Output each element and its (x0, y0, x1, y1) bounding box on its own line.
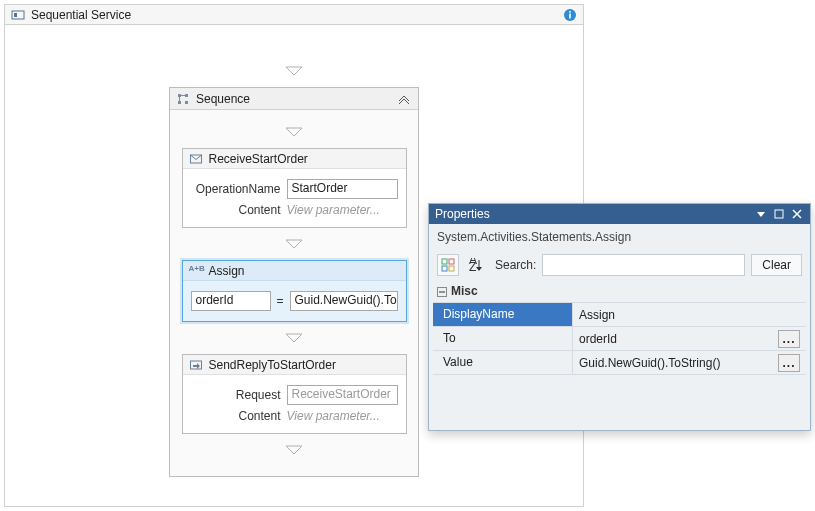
validation-info-icon[interactable] (563, 8, 577, 22)
svg-line-21 (793, 210, 801, 218)
properties-titlebar[interactable]: Properties (429, 204, 810, 224)
sendreply-activity[interactable]: SendReplyToStartOrder Request ReceiveSta… (182, 354, 407, 434)
assign-icon: A+B (189, 264, 203, 278)
svg-rect-23 (449, 259, 454, 264)
request-input[interactable]: ReceiveStartOrder (287, 385, 398, 405)
request-label: Request (191, 388, 281, 402)
operationname-label: OperationName (191, 182, 281, 196)
drop-arrow-icon[interactable] (284, 126, 304, 138)
sequence-title: Sequence (196, 92, 250, 106)
svg-rect-22 (442, 259, 447, 264)
svg-rect-30 (438, 288, 447, 297)
properties-grid[interactable]: DisplayName Assign To orderId ... Value … (433, 302, 806, 375)
sequence-body[interactable]: ReceiveStartOrder OperationName StartOrd… (170, 110, 418, 476)
assign-to-input[interactable]: orderId (191, 291, 271, 311)
ellipsis-button[interactable]: ... (778, 354, 800, 372)
drop-arrow-icon[interactable] (284, 444, 304, 456)
sequence-activity[interactable]: Sequence ReceiveStartOrder (169, 87, 419, 477)
content-link[interactable]: View parameter... (287, 203, 380, 217)
categorized-button[interactable] (437, 254, 459, 276)
svg-marker-18 (757, 212, 765, 217)
receive-icon (189, 152, 203, 166)
prop-row-value[interactable]: Value Guid.NewGuid().ToString() ... (433, 351, 806, 375)
drop-arrow-icon[interactable] (284, 332, 304, 344)
svg-rect-19 (775, 210, 783, 218)
drop-arrow-icon[interactable] (284, 65, 304, 77)
receive-header[interactable]: ReceiveStartOrder (183, 149, 406, 169)
svg-rect-24 (442, 266, 447, 271)
svg-marker-15 (286, 334, 302, 342)
svg-text:Z: Z (469, 260, 476, 272)
prop-name-value: Value (433, 351, 573, 374)
sequence-icon (176, 92, 190, 106)
receive-activity[interactable]: ReceiveStartOrder OperationName StartOrd… (182, 148, 407, 228)
search-label: Search: (495, 258, 536, 272)
svg-rect-6 (178, 94, 181, 97)
svg-marker-5 (286, 67, 302, 75)
sequential-service-header[interactable]: Sequential Service (5, 5, 583, 25)
prop-name-to: To (433, 327, 573, 350)
properties-title: Properties (435, 207, 490, 221)
svg-marker-17 (286, 446, 302, 454)
sequential-service-title: Sequential Service (31, 8, 131, 22)
prop-value-to[interactable]: orderId ... (573, 327, 806, 350)
properties-search-input[interactable] (542, 254, 745, 276)
prop-row-displayname[interactable]: DisplayName Assign (433, 303, 806, 327)
equals-label: = (277, 294, 284, 308)
svg-rect-4 (569, 13, 571, 18)
svg-rect-3 (569, 11, 571, 13)
sendreply-header[interactable]: SendReplyToStartOrder (183, 355, 406, 375)
dropdown-icon[interactable] (754, 207, 768, 221)
service-icon (11, 8, 25, 22)
content-label: Content (191, 409, 281, 423)
content-link[interactable]: View parameter... (287, 409, 380, 423)
expander-minus-icon[interactable] (437, 286, 447, 296)
properties-panel[interactable]: Properties System.Activities.Statements.… (428, 203, 811, 431)
drop-arrow-icon[interactable] (284, 238, 304, 250)
prop-value-displayname[interactable]: Assign (573, 303, 806, 326)
assign-title: Assign (209, 264, 245, 278)
alphabetical-button[interactable]: AZ (465, 254, 487, 276)
svg-rect-1 (14, 13, 17, 17)
svg-marker-12 (286, 128, 302, 136)
collapse-chevron-icon[interactable] (396, 91, 412, 107)
svg-point-2 (564, 9, 576, 21)
sendreply-title: SendReplyToStartOrder (209, 358, 336, 372)
category-misc-label: Misc (451, 284, 478, 298)
operationname-input[interactable]: StartOrder (287, 179, 398, 199)
clear-button[interactable]: Clear (751, 254, 802, 276)
category-misc-header[interactable]: Misc (429, 280, 810, 302)
svg-rect-13 (190, 155, 201, 163)
svg-marker-29 (476, 267, 482, 271)
content-label: Content (191, 203, 281, 217)
svg-rect-7 (185, 94, 188, 97)
svg-text:A: A (469, 258, 477, 267)
sequence-header[interactable]: Sequence (170, 88, 418, 110)
assign-activity[interactable]: A+B Assign orderId = Guid.NewGuid().To (182, 260, 407, 322)
svg-line-20 (793, 210, 801, 218)
close-icon[interactable] (790, 207, 804, 221)
ellipsis-button[interactable]: ... (778, 330, 800, 348)
receive-title: ReceiveStartOrder (209, 152, 308, 166)
svg-rect-9 (185, 101, 188, 104)
svg-rect-0 (12, 11, 24, 19)
assign-header[interactable]: A+B Assign (183, 261, 406, 281)
svg-marker-14 (286, 240, 302, 248)
prop-name-displayname: DisplayName (433, 303, 573, 326)
svg-rect-8 (178, 101, 181, 104)
properties-type-path: System.Activities.Statements.Assign (429, 224, 810, 250)
prop-row-to[interactable]: To orderId ... (433, 327, 806, 351)
svg-rect-25 (449, 266, 454, 271)
maximize-icon[interactable] (772, 207, 786, 221)
sendreply-icon (189, 358, 203, 372)
properties-toolbar: AZ Search: Clear (429, 250, 810, 280)
assign-value-input[interactable]: Guid.NewGuid().To (290, 291, 398, 311)
prop-value-value[interactable]: Guid.NewGuid().ToString() ... (573, 351, 806, 374)
svg-rect-16 (190, 361, 201, 369)
